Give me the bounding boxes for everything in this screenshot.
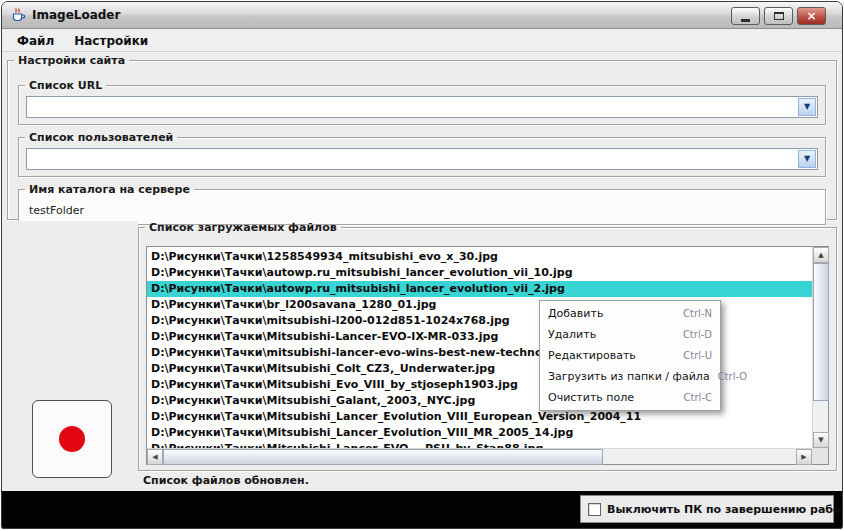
horizontal-scrollbar[interactable]: ◀ ▶	[147, 448, 812, 464]
context-menu-label: Очистить поле	[548, 391, 634, 404]
minimize-button[interactable]	[731, 7, 760, 25]
scroll-up-button[interactable]: ▲	[813, 247, 829, 263]
title-bar[interactable]: ImageLoader ×	[2, 2, 842, 29]
context-menu-shortcut: Ctrl-O	[718, 371, 748, 382]
shutdown-panel: Выключить ПК по завершению работы	[580, 495, 834, 523]
list-item-selected[interactable]: D:\Рисунки\Тачки\autowp.ru_mitsubishi_la…	[147, 281, 812, 297]
window-title: ImageLoader	[32, 8, 120, 22]
scroll-right-button[interactable]: ▶	[796, 449, 812, 465]
shutdown-checkbox[interactable]	[588, 503, 601, 516]
close-icon: ×	[806, 9, 816, 23]
context-menu-shortcut: Ctrl-C	[684, 392, 712, 403]
bottom-strip: Выключить ПК по завершению работы	[2, 491, 842, 528]
window-controls: ×	[731, 7, 826, 25]
user-combobox-dropdown-button[interactable]: ▼	[798, 150, 816, 168]
list-item[interactable]: D:\Рисунки\Тачки\Mitsubishi_Lancer_Evolu…	[147, 409, 812, 425]
context-menu-label: Редактировать	[548, 349, 636, 362]
horizontal-scroll-thumb[interactable]	[163, 449, 603, 465]
close-button[interactable]: ×	[797, 7, 826, 25]
maximize-icon	[774, 12, 784, 20]
context-menu-shortcut: Ctrl-N	[683, 308, 712, 319]
server-folder-label: Имя каталога на сервере	[25, 183, 194, 196]
site-settings-group: Настройки сайта Список URL ▼ Список поль…	[7, 54, 837, 220]
menu-file[interactable]: Файл	[8, 32, 63, 50]
menu-settings[interactable]: Настройки	[65, 32, 157, 50]
server-folder-group: Имя каталога на сервере testFolder	[18, 183, 826, 225]
user-combobox[interactable]: ▼	[26, 148, 818, 170]
context-menu-item-clear[interactable]: Очистить поле Ctrl-C	[540, 387, 720, 408]
user-list-label: Список пользователей	[25, 131, 177, 144]
record-icon	[59, 426, 85, 452]
minimize-icon	[741, 19, 750, 22]
record-button[interactable]	[32, 400, 112, 478]
list-item[interactable]: D:\Рисунки\Тачки\Mitsubishi_Lancer_Evolu…	[147, 425, 812, 441]
list-item[interactable]: D:\Рисунки\Тачки\autowp.ru_mitsubishi_la…	[147, 265, 812, 281]
context-menu-item-add[interactable]: Добавить Ctrl-N	[540, 303, 720, 324]
maximize-button[interactable]	[764, 7, 793, 25]
context-menu-item-edit[interactable]: Редактировать Ctrl-U	[540, 345, 720, 366]
files-group-title: Список загружаемых файлов	[145, 221, 341, 234]
arrow-right-icon: ▶	[801, 454, 806, 461]
scrollbar-corner	[812, 448, 828, 464]
context-menu-item-load-from-folder[interactable]: Загрузить из папки / файла Ctrl-O	[540, 366, 720, 387]
site-settings-title: Настройки сайта	[14, 54, 129, 67]
url-combobox-dropdown-button[interactable]: ▼	[798, 98, 816, 116]
user-list-group: Список пользователей ▼	[18, 131, 826, 177]
context-menu: Добавить Ctrl-N Удалить Ctrl-D Редактиро…	[539, 300, 721, 411]
url-list-group: Список URL ▼	[18, 79, 826, 125]
context-menu-label: Загрузить из папки / файла	[548, 370, 710, 383]
server-folder-field[interactable]: testFolder	[29, 204, 84, 217]
context-menu-item-delete[interactable]: Удалить Ctrl-D	[540, 324, 720, 345]
scroll-down-button[interactable]: ▼	[813, 432, 829, 448]
list-item[interactable]: D:\Рисунки\Тачки\Mitsubishi_Lancer_EVO__…	[147, 441, 812, 448]
arrow-down-icon: ▼	[818, 437, 823, 444]
context-menu-label: Удалить	[548, 328, 596, 341]
context-menu-shortcut: Ctrl-U	[683, 350, 712, 361]
file-list-scrollpane: D:\Рисунки\Тачки\1258549934_mitsubishi_e…	[146, 246, 829, 465]
context-menu-label: Добавить	[548, 307, 603, 320]
left-panel	[2, 221, 138, 491]
shutdown-checkbox-label: Выключить ПК по завершению работы	[607, 503, 843, 516]
menu-bar: Файл Настройки	[2, 30, 842, 52]
chevron-down-icon: ▼	[804, 103, 810, 111]
list-item[interactable]: D:\Рисунки\Тачки\1258549934_mitsubishi_e…	[147, 249, 812, 265]
context-menu-shortcut: Ctrl-D	[683, 329, 712, 340]
app-window: ImageLoader × Файл Настройки Настройки с…	[1, 1, 843, 529]
java-icon	[10, 7, 26, 23]
status-bar: Список файлов обновлен.	[143, 474, 593, 489]
vertical-scroll-thumb[interactable]	[813, 263, 829, 401]
files-group: Список загружаемых файлов D:\Рисунки\Тач…	[138, 221, 837, 471]
url-list-label: Список URL	[25, 79, 106, 92]
arrow-up-icon: ▲	[818, 252, 823, 259]
scroll-left-button[interactable]: ◀	[147, 449, 163, 465]
vertical-scrollbar[interactable]: ▲ ▼	[812, 247, 828, 448]
arrow-left-icon: ◀	[152, 454, 157, 461]
status-text: Список файлов обновлен.	[143, 474, 309, 487]
url-combobox[interactable]: ▼	[26, 96, 818, 118]
chevron-down-icon: ▼	[804, 155, 810, 163]
